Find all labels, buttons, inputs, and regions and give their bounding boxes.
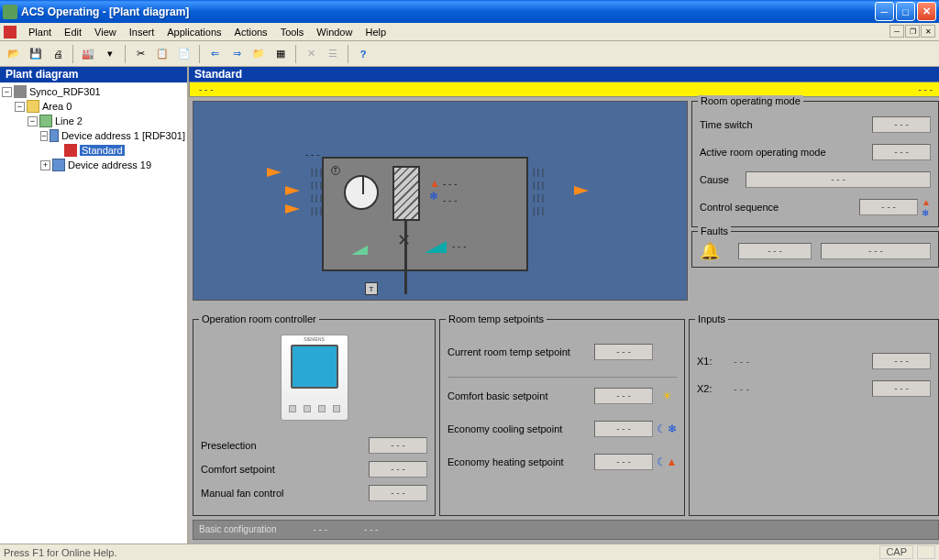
mdi-close-button[interactable]: ✕: [921, 25, 935, 38]
menu-edit[interactable]: Edit: [58, 25, 88, 39]
tree-area[interactable]: − Area 0: [2, 99, 185, 114]
menu-bar: Plant Edit View Insert Applications Acti…: [0, 23, 939, 41]
menu-applications[interactable]: Applications: [160, 25, 227, 39]
toolbar-open-icon[interactable]: 📂: [4, 44, 24, 64]
temp-sensor-icon: T: [331, 166, 340, 175]
toolbar-back-icon[interactable]: ⇐: [204, 44, 225, 64]
cause-value[interactable]: - - -: [746, 171, 931, 188]
comfort-basic-value[interactable]: - - -: [594, 388, 653, 404]
terminal-icon: T: [365, 282, 378, 295]
current-setpoint-value[interactable]: - - -: [594, 344, 653, 360]
toolbar-help-icon[interactable]: ?: [353, 44, 373, 64]
time-switch-value[interactable]: - - -: [872, 116, 931, 133]
basic-config-label: Basic configuration: [199, 524, 277, 535]
room-temp-setpoints-group: Room temp setpoints Current room temp se…: [439, 319, 685, 516]
standard-icon: [64, 144, 77, 157]
content-header: Standard: [189, 67, 939, 82]
menu-tools[interactable]: Tools: [274, 25, 311, 39]
menu-insert[interactable]: Insert: [123, 25, 161, 39]
toolbar-list-icon[interactable]: ▦: [271, 44, 291, 64]
mdi-minimize-button[interactable]: ─: [889, 25, 904, 38]
basic-configuration-bar[interactable]: Basic configuration - - - - - -: [193, 520, 939, 540]
room-operating-mode-group: Room operating mode Time switch - - - Ac…: [691, 101, 939, 227]
tree-device-1-label: Device address 1 [RDF301]: [61, 130, 185, 141]
comfort-setpoint-value[interactable]: - - -: [369, 461, 427, 478]
toolbar-sep: [199, 45, 200, 63]
group-label: Inputs: [695, 313, 728, 324]
economy-cooling-value[interactable]: - - -: [594, 421, 653, 437]
snowflake-icon: ❄: [922, 208, 931, 218]
tree-root[interactable]: − Synco_RDF301: [2, 84, 185, 99]
valve-icon: [351, 246, 368, 255]
main-area: Plant diagram − Synco_RDF301 − Area 0 − …: [0, 67, 939, 544]
control-seq-value[interactable]: - - -: [859, 199, 918, 215]
arrow-icon: [267, 168, 282, 177]
status-panel: [917, 545, 935, 559]
toolbar-print-icon[interactable]: 🖨: [48, 44, 68, 64]
group-label: Operation room controller: [199, 313, 319, 324]
device-icon: [52, 159, 65, 171]
status-bar: Press F1 for Online Help. CAP: [0, 544, 939, 560]
collapse-icon[interactable]: −: [2, 87, 12, 97]
fault-value-2[interactable]: - - -: [821, 243, 931, 259]
expand-icon[interactable]: +: [40, 160, 50, 170]
menu-window[interactable]: Window: [310, 25, 359, 39]
toolbar-drop-icon[interactable]: ▾: [100, 44, 120, 64]
active-mode-value[interactable]: - - -: [872, 144, 931, 160]
collapse-icon[interactable]: −: [15, 102, 25, 112]
device-icon: [50, 129, 59, 142]
menu-view[interactable]: View: [88, 25, 123, 39]
toolbar-sep: [125, 45, 126, 63]
fan-icon: ✕: [397, 230, 411, 250]
x1-value[interactable]: - - -: [872, 353, 931, 369]
group-label: Faults: [698, 225, 731, 236]
moon-snow-icon: ☾❄: [657, 423, 677, 435]
preselection-value[interactable]: - - -: [369, 437, 427, 454]
collapse-icon[interactable]: −: [40, 131, 48, 141]
tree-device-19[interactable]: + Device address 19: [2, 158, 185, 172]
tree-header: Plant diagram: [0, 67, 187, 82]
control-seq-label: Control sequence: [700, 202, 859, 213]
line-icon: [39, 115, 52, 127]
toolbar-copy-icon[interactable]: 📋: [152, 44, 172, 64]
tree-device-19-label: Device address 19: [68, 159, 151, 170]
toolbar-paste-icon[interactable]: 📄: [174, 44, 194, 64]
economy-heating-value[interactable]: - - -: [594, 454, 653, 470]
toolbar-sep: [348, 45, 348, 63]
toolbar-cut-icon[interactable]: ✂: [130, 44, 150, 64]
toolbar-up-icon[interactable]: 📁: [249, 44, 269, 64]
toolbar-plant-icon[interactable]: 🏭: [78, 44, 98, 64]
window-title: ACS Operating - [Plant diagram]: [21, 5, 875, 18]
tree-device-1[interactable]: − Device address 1 [RDF301]: [2, 128, 185, 143]
close-button[interactable]: ✕: [917, 2, 936, 21]
tree-area-label: Area 0: [42, 101, 72, 112]
x2-value[interactable]: - - -: [872, 380, 931, 397]
menu-plant[interactable]: Plant: [22, 25, 58, 39]
tree[interactable]: − Synco_RDF301 − Area 0 − Line 2 − Devic…: [0, 82, 187, 544]
toolbar-save-icon[interactable]: 💾: [26, 44, 46, 64]
content-body: | | || | || | || | | | | || | || | || | …: [189, 97, 939, 544]
menu-help[interactable]: Help: [359, 25, 392, 39]
diagram-inlet-lines: | | || | || | || | |: [311, 166, 322, 217]
time-switch-label: Time switch: [700, 119, 872, 130]
group-label: Room temp setpoints: [446, 313, 547, 324]
collapse-icon[interactable]: −: [28, 116, 38, 126]
toolbar-delete-icon[interactable]: ✕: [301, 44, 321, 64]
tree-line[interactable]: − Line 2: [2, 114, 185, 128]
tree-standard[interactable]: Standard: [2, 143, 185, 158]
diagram-value: - - -: [305, 149, 320, 159]
manual-fan-value[interactable]: - - -: [369, 485, 427, 501]
mdi-restore-button[interactable]: ❐: [905, 25, 920, 38]
active-mode-label: Active room operating mode: [700, 147, 872, 158]
faults-group: Faults 🔔 - - - - - -: [691, 231, 939, 268]
x1-label: X1:: [697, 356, 734, 367]
maximize-button[interactable]: □: [896, 2, 915, 21]
basic-config-v2: - - -: [364, 524, 379, 535]
toolbar-props-icon[interactable]: ☰: [323, 44, 343, 64]
comfort-basic-label: Comfort basic setpoint: [447, 390, 594, 401]
toolbar-forward-icon[interactable]: ⇒: [226, 44, 247, 64]
fault-value-1[interactable]: - - -: [738, 243, 812, 259]
menu-actions[interactable]: Actions: [228, 25, 274, 39]
minimize-button[interactable]: ─: [875, 2, 894, 21]
moon-flame-icon: ☾▲: [657, 456, 677, 468]
